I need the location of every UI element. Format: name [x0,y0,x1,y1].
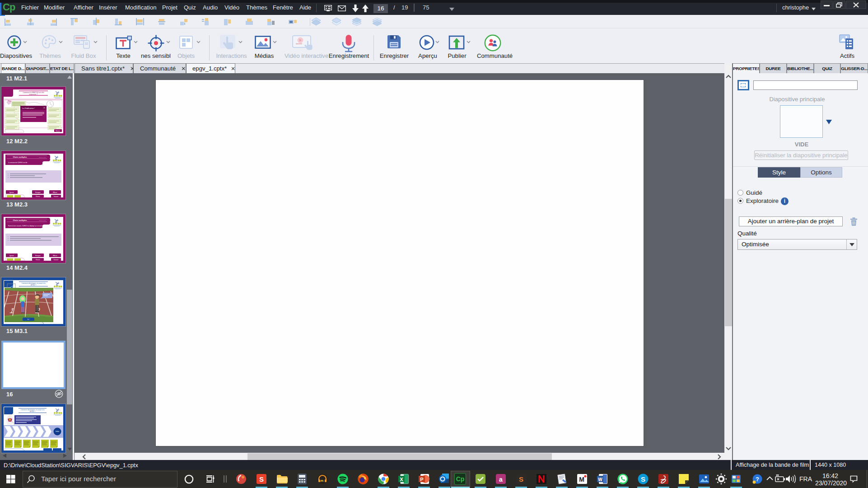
svg-text:La mission de CDRGO est de :: La mission de CDRGO est de : [8,162,28,164]
svg-text:Valider: Valider [56,431,60,432]
svg-text:a: a [499,476,503,483]
svg-text:W: W [598,477,602,482]
svg-text:Retour: Retour [36,259,40,261]
svg-text:Numéro 1 sur 8: Numéro 1 sur 8 [39,220,46,221]
svg-text:Envoyer: Envoyer [35,255,40,257]
svg-text:Envoyer: Envoyer [35,192,40,193]
svg-text:Parmi la liste suivante, CDRGO: Parmi la liste suivante, CDRGO est déplo… [8,225,46,227]
svg-text:Go !: Go ! [27,319,30,320]
svg-text:Effacer: Effacer [53,192,57,193]
svg-text:Retour: Retour [36,196,40,197]
svg-text:Ignorer: Ignorer [9,192,14,193]
svg-text:La Fédération !: La Fédération ! [22,107,35,109]
svg-text:organisée ?: organisée ? [29,94,38,95]
svg-text:S: S [259,475,264,483]
svg-text:EPGV ?: EPGV ? [31,284,36,286]
svg-text:Ignorer: Ignorer [9,255,14,257]
svg-text:Suivant: Suivant [54,196,58,197]
svg-text:EPGV ?: EPGV ? [30,411,35,413]
svg-text:Choix multiples: Choix multiples [13,219,27,221]
svg-text:Choix multiples: Choix multiples [13,156,27,158]
svg-text:Numéro 1 sur 8: Numéro 1 sur 8 [39,157,46,158]
svg-text:X: X [400,477,403,482]
svg-text:Effacer: Effacer [53,255,57,257]
svg-text:S: S [519,475,523,483]
svg-text:M: M [579,476,584,483]
svg-text:Suivant: Suivant [54,259,58,261]
svg-text:P: P [420,477,423,482]
svg-text:S: S [641,475,645,483]
svg-text:Retour: Retour [56,130,61,132]
svg-text:?: ? [756,476,759,483]
